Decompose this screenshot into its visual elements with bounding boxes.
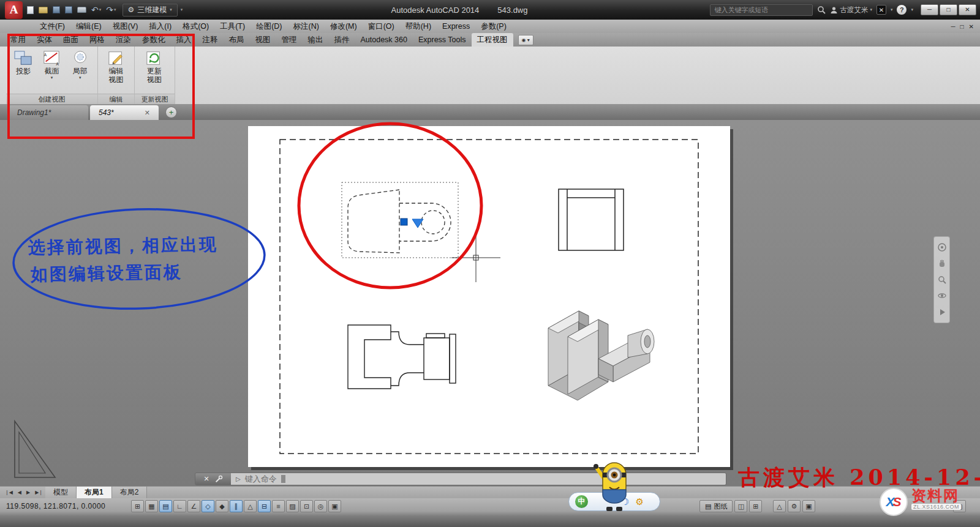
front-view[interactable]	[342, 182, 458, 258]
ribbon-tab-surface[interactable]: 曲面	[58, 33, 84, 47]
zoom-icon[interactable]	[937, 274, 948, 285]
menu-modify[interactable]: 修改(M)	[325, 20, 363, 33]
panel-title-edit[interactable]: 编辑	[98, 94, 134, 104]
menu-express[interactable]: Express	[437, 20, 475, 33]
workspace-switching-icon[interactable]: ⚙	[788, 500, 801, 512]
ribbon-tab-annotate[interactable]: 注释	[197, 33, 224, 47]
menu-dimension[interactable]: 标注(N)	[288, 20, 325, 33]
ribbon-tab-drawing-views[interactable]: 工程视图	[472, 33, 513, 47]
menu-tools[interactable]: 工具(T)	[214, 20, 251, 33]
ime-language-badge[interactable]: 中	[575, 495, 588, 508]
close-icon[interactable]: ✕	[203, 475, 209, 483]
infer-constraints-icon[interactable]: ⊞	[131, 500, 144, 512]
ribbon-tab-insert[interactable]: 插入	[171, 33, 197, 47]
top-view[interactable]	[559, 189, 624, 250]
ribbon-tab-parametric[interactable]: 参数化	[137, 33, 171, 47]
plot-icon[interactable]	[77, 7, 86, 13]
redo-icon[interactable]: ↷▾	[106, 5, 116, 15]
menu-format[interactable]: 格式(O)	[177, 20, 214, 33]
help-icon[interactable]: ?	[897, 5, 907, 15]
showmotion-icon[interactable]	[937, 307, 948, 318]
save-icon[interactable]	[53, 6, 60, 13]
qat-customize-icon[interactable]: ▾	[181, 7, 183, 12]
paper-model-toggle[interactable]: ▤ 图纸	[699, 500, 733, 512]
tab-layout1[interactable]: 布局1	[77, 487, 112, 498]
last-layout-button[interactable]: ▶❘	[32, 487, 45, 498]
save-as-icon[interactable]	[65, 6, 72, 13]
open-file-icon[interactable]	[39, 7, 48, 13]
exchange-apps-icon[interactable]: ✕	[876, 5, 886, 15]
quick-properties-icon[interactable]: ⊡	[300, 500, 313, 512]
undo-icon[interactable]: ↶▾	[91, 5, 101, 15]
polar-tracking-icon[interactable]: ∠	[187, 500, 200, 512]
annotation-monitor-icon[interactable]: ▣	[328, 500, 341, 512]
menu-window[interactable]: 窗口(O)	[363, 20, 400, 33]
menu-edit[interactable]: 编辑(E)	[70, 20, 107, 33]
menu-insert[interactable]: 插入(I)	[143, 20, 177, 33]
close-button[interactable]: ✕	[959, 4, 976, 15]
pan-icon[interactable]	[937, 258, 948, 269]
first-layout-button[interactable]: ❘◀	[2, 487, 15, 498]
update-view-button[interactable]: 更新 视图	[138, 48, 171, 94]
annotation-scale-icon[interactable]: △	[773, 500, 786, 512]
new-tab-button[interactable]: +	[165, 107, 177, 118]
menu-draw[interactable]: 绘图(D)	[251, 20, 287, 33]
panel-title-create-view[interactable]: 创建视图	[6, 94, 97, 104]
ribbon-tab-home[interactable]: 常用	[5, 33, 31, 47]
tab-model[interactable]: 模型	[45, 487, 77, 498]
transparency-icon[interactable]: ▨	[286, 500, 299, 512]
quick-view-drawings-icon[interactable]: ⊞	[749, 500, 762, 512]
ribbon-tab-express-tools[interactable]: Express Tools	[413, 33, 472, 47]
ribbon-tab-mesh[interactable]: 网格	[84, 33, 110, 47]
dynamic-ucs-icon[interactable]: △	[244, 500, 257, 512]
ribbon-tab-render[interactable]: 渲染	[110, 33, 137, 47]
signin-user-button[interactable]: 古渡艾米 ▾	[830, 6, 872, 15]
grid-display-icon[interactable]: ▤	[159, 500, 172, 512]
doc-minimize-button[interactable]: ─	[951, 23, 955, 30]
command-line[interactable]: ✕ ▷ 键入命令	[195, 473, 726, 485]
workspace-switcher[interactable]: ⚙ 三维建模 ▾	[123, 4, 178, 17]
command-input[interactable]: ▷ 键入命令	[231, 473, 726, 485]
file-tab-543[interactable]: 543* ✕	[90, 105, 159, 120]
menu-view[interactable]: 视图(V)	[107, 20, 144, 33]
3d-object-snap-icon[interactable]: ◆	[216, 500, 228, 512]
prev-layout-button[interactable]: ◀	[15, 487, 24, 498]
ribbon-tab-layout[interactable]: 布局	[224, 33, 250, 47]
doc-restore-button[interactable]: □	[960, 23, 964, 30]
search-icon[interactable]	[817, 6, 826, 14]
autocad-app-icon[interactable]: A	[5, 1, 23, 19]
object-snap-tracking-icon[interactable]: ∥	[230, 500, 243, 512]
next-layout-button[interactable]: ▶	[24, 487, 32, 498]
toolbar-lock-icon[interactable]: ▣	[802, 500, 815, 512]
file-tab-drawing1[interactable]: Drawing1*	[9, 105, 88, 120]
ribbon-tab-solid[interactable]: 实体	[31, 33, 58, 47]
orbit-icon[interactable]	[937, 290, 948, 301]
ribbon-tab-plugins[interactable]: 插件	[329, 33, 355, 47]
ribbon-tab-view[interactable]: 视图	[250, 33, 276, 47]
isometric-view[interactable]	[548, 311, 654, 400]
selection-cycling-icon[interactable]: ◎	[314, 500, 327, 512]
ribbon-tab-autodesk360[interactable]: Autodesk 360	[355, 33, 413, 47]
ortho-mode-icon[interactable]: ∟	[173, 500, 186, 512]
menu-parametric[interactable]: 参数(P)	[475, 20, 512, 33]
projection-view-button[interactable]: 投影	[9, 48, 37, 94]
wrench-icon[interactable]	[214, 475, 223, 484]
quick-view-layouts-icon[interactable]: ◫	[734, 500, 747, 512]
section-view-button[interactable]: AA 截面 ▾	[37, 48, 66, 94]
doc-close-button[interactable]: ✕	[969, 23, 974, 30]
paper-sheet[interactable]	[248, 126, 730, 467]
detail-view-button[interactable]: 局部 ▾	[66, 48, 94, 94]
drawing-canvas[interactable]: ✕ ▷ 键入命令	[0, 120, 980, 486]
tab-layout2[interactable]: 布局2	[112, 487, 148, 498]
dynamic-input-icon[interactable]: ⊟	[258, 500, 271, 512]
snap-mode-icon[interactable]: ▦	[145, 500, 158, 512]
search-input[interactable]	[710, 4, 813, 16]
ribbon-tab-manage[interactable]: 管理	[276, 33, 303, 47]
edit-view-button[interactable]: 编辑 视图	[101, 48, 131, 94]
ribbon-tab-output[interactable]: 输出	[303, 33, 329, 47]
menu-help[interactable]: 帮助(H)	[400, 20, 437, 33]
object-snap-icon[interactable]: ◇	[202, 500, 214, 512]
lineweight-icon[interactable]: ≡	[272, 500, 285, 512]
side-view[interactable]	[348, 325, 456, 389]
menu-file[interactable]: 文件(F)	[34, 20, 70, 33]
